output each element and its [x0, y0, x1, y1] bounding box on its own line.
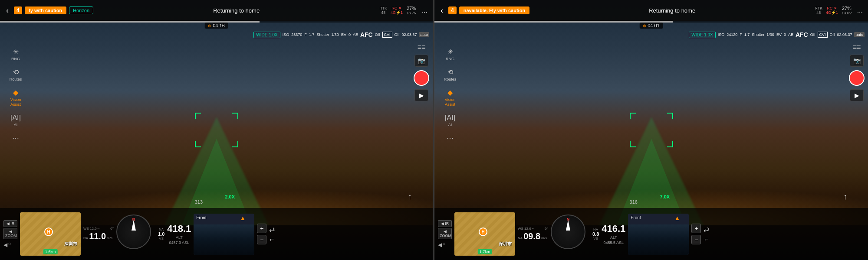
ws-row-right: WS 12.6← 0° — [518, 227, 548, 231]
vs-val-right: 0.8 — [592, 231, 599, 237]
altitude-val-right: 416.1 — [602, 223, 625, 234]
home-marker-left: H — [44, 228, 53, 236]
sidebar-rng-right[interactable]: ✳ RNG — [436, 45, 464, 64]
back-button-right[interactable]: ‹ — [438, 6, 446, 15]
iso-val-left: 23370 — [291, 32, 302, 37]
zoom-label-left: 2.0X — [225, 194, 235, 199]
ev-val-right: 0 — [784, 32, 786, 37]
battery-block-left: 27% 13.7V — [406, 6, 417, 15]
sidebar-routes-right[interactable]: ⟲ Routes — [436, 65, 464, 84]
zoom-button-right[interactable]: ◀ ZOOM — [438, 228, 452, 239]
play-icon-right[interactable]: ▶ — [850, 89, 864, 101]
timer-badge-left: ⊕ 04:16 — [204, 23, 228, 29]
down-arrow-left[interactable]: ⌐ — [270, 235, 274, 243]
plus-button-right[interactable]: + — [691, 224, 701, 233]
corner-tl-right — [630, 113, 636, 119]
auto-badge-left: auto — [419, 32, 429, 37]
compass-circle-right: N — [551, 214, 585, 249]
ws-deg-right: 0° — [545, 227, 548, 231]
bottom-hud-left: ◀ IR ◀ ZOOM ◀ ◇ H 深圳市 1.6km WS 12.5← 0° … — [0, 208, 433, 260]
plus-button-left[interactable]: + — [257, 224, 266, 233]
corner-tl-left — [195, 113, 201, 119]
routes-icon-right: ⟲ — [447, 68, 453, 76]
settings-icon-right[interactable]: ≡≡ — [853, 43, 861, 51]
play-icon-left[interactable]: ▶ — [414, 89, 428, 101]
front-cam-label-right: Front — [631, 215, 641, 220]
more-sidebar-right[interactable]: ⋯ — [436, 131, 464, 145]
more-button-left[interactable]: ... — [420, 6, 429, 14]
map-panel-right: H 深圳市 1.7km — [454, 212, 515, 256]
f-stop-left: F — [304, 32, 307, 37]
alt-unit-right: ALT — [610, 235, 617, 240]
compass-panel-left: N — [116, 214, 155, 254]
settings-icon-left[interactable]: ≡≡ — [418, 43, 426, 51]
corner-bl-left — [195, 141, 201, 147]
horizon-badge-left[interactable]: Horizon — [69, 6, 93, 14]
minus-button-right[interactable]: − — [691, 235, 701, 244]
spd-row-left: NA 11.0 m/s — [83, 231, 114, 241]
sidebar-rng-left[interactable]: ✳ RNG — [2, 45, 30, 64]
ir-button-right[interactable]: ◀ IR — [438, 220, 452, 227]
corner-br-left — [232, 141, 238, 147]
zoom-button-left[interactable]: ◀ ZOOM — [3, 228, 17, 239]
off1-left: Off — [375, 32, 380, 37]
sidebar-vision-right[interactable]: ◆ VisionAssist — [436, 86, 464, 110]
rtk-label-right: RTK — [815, 6, 822, 10]
up-arrow-right[interactable]: ⇄ — [704, 225, 709, 234]
nav-arrows-left: ⇄ ⌐ — [269, 225, 275, 243]
ai-label-left: AI — [14, 123, 18, 127]
spd-val-right: 09.8 — [523, 231, 540, 241]
rc-label-left: RC ✕ — [391, 6, 402, 10]
rc-label-right: RC ✕ — [827, 6, 837, 10]
video-icon-right[interactable]: 📷 — [850, 55, 864, 67]
record-button-left[interactable] — [414, 70, 429, 86]
down-arrow-right[interactable]: ⌐ — [704, 235, 708, 243]
wide-badge-right[interactable]: WIDE 1.0X — [689, 32, 715, 38]
battery-voltage-right: 13.6V — [842, 11, 852, 15]
timer-badge-right: ⊕ 04:01 — [639, 23, 663, 29]
nav-left-left[interactable]: ◀ — [3, 242, 7, 248]
record-button-right[interactable] — [849, 70, 865, 86]
ir-button-left[interactable]: ◀ IR — [3, 220, 17, 227]
ai-icon-right: [AI] — [445, 114, 455, 122]
rec-time-right: 02:03:37 — [837, 32, 852, 37]
spd-label-left: NA — [83, 236, 88, 240]
spd-unit-left: m/s — [107, 236, 112, 240]
video-icon-left[interactable]: 📷 — [414, 55, 428, 67]
map-dist-right: 1.7km — [478, 249, 492, 254]
rc-val-left: 4G⚡1 — [391, 10, 403, 15]
ws-deg-left: 0° — [110, 227, 114, 231]
sidebar-ai-left[interactable]: [AI] AI — [2, 111, 30, 130]
ev-label-left: EV — [341, 32, 346, 37]
more-sidebar-left[interactable]: ⋯ — [2, 131, 30, 145]
right-icons-left: ≡≡ 📷 ▶ — [414, 43, 429, 101]
shutter-val-right: 1/30 — [766, 32, 774, 37]
corner-tr-left — [232, 113, 238, 119]
auto-badge-right: auto — [854, 32, 865, 37]
nav-left-right[interactable]: ◀ — [438, 242, 442, 248]
bottom-hud-right: ◀ IR ◀ ZOOM ◀ ◇ H 深圳市 1.7km WS 12.6← 0° … — [434, 208, 868, 260]
sidebar-ai-right[interactable]: [AI] AI — [436, 111, 464, 130]
zoom-label-right: 7.0X — [660, 194, 670, 199]
vs-panel-right: NA 0.8 VS — [592, 228, 599, 240]
nav-arrows-right: ⇄ ⌐ — [704, 225, 709, 243]
minus-button-left[interactable]: − — [257, 235, 266, 244]
ai-label-right: AI — [448, 123, 452, 127]
shutter-label-left: Shutter — [316, 32, 329, 37]
right-icons-right: ≡≡ 📷 ▶ — [849, 43, 865, 101]
spd-row-right: NA 09.8 m/s — [518, 231, 548, 241]
corner-bl-right — [630, 141, 636, 147]
wide-badge-left[interactable]: WIDE 1.0X — [253, 32, 280, 38]
front-cam-arrow-left: ▲ — [240, 214, 246, 221]
f-val-left: 1.7 — [309, 32, 315, 37]
back-button-left[interactable]: ‹ — [3, 6, 11, 15]
battery-icon-left: 27% — [407, 6, 416, 11]
up-arrow-left[interactable]: ⇄ — [269, 225, 275, 234]
routes-icon-left: ⟲ — [13, 68, 19, 76]
target-box-left — [195, 113, 238, 147]
sidebar-routes-left[interactable]: ⟲ Routes — [2, 65, 30, 84]
more-button-right[interactable]: ... — [855, 6, 865, 14]
sidebar-vision-left[interactable]: ◆ VisionAssist — [2, 86, 30, 110]
spd-val-left: 11.0 — [89, 231, 106, 241]
pm-controls-right: + − — [691, 224, 701, 244]
